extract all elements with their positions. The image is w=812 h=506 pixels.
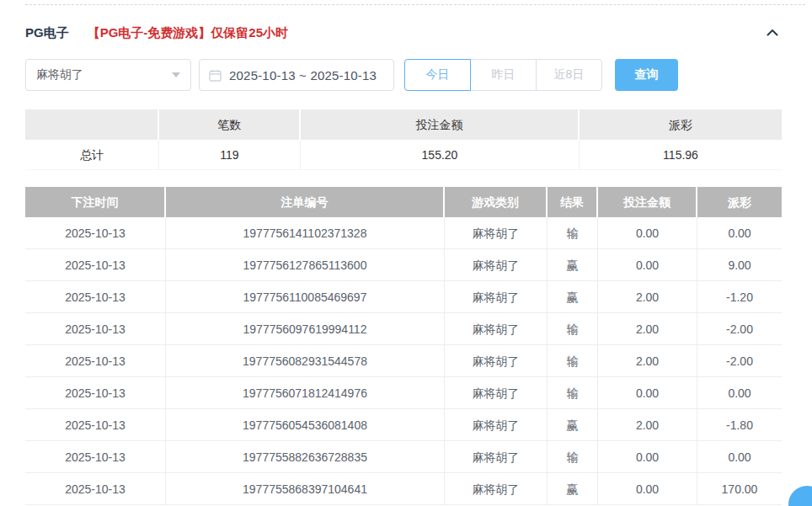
cell-bet-time: 2025-10-13	[25, 217, 166, 249]
cell-bet-time: 2025-10-13	[25, 313, 166, 345]
cell-bet-time: 2025-10-13	[25, 473, 166, 505]
betting-records-panel: PG电子 【PG电子-免费游戏】仅保留25小时 麻将胡了 2025-10-13 …	[0, 0, 812, 506]
cell-result: 输	[548, 377, 598, 409]
bets-table-header: 下注时间 注单编号 游戏类别 结果 投注金额 派彩	[25, 187, 782, 217]
cell-game-type: 麻将胡了	[445, 313, 548, 345]
cell-bet-time: 2025-10-13	[25, 409, 166, 441]
cell-game-type: 麻将胡了	[445, 473, 548, 505]
cell-payout: -1.80	[697, 409, 782, 441]
col-game-type: 游戏类别	[445, 187, 548, 217]
cell-bet-amount: 0.00	[598, 377, 697, 409]
date-range-value: 2025-10-13 ~ 2025-10-13	[229, 68, 377, 83]
col-payout: 派彩	[697, 187, 782, 217]
cell-bet-amount: 0.00	[598, 473, 697, 505]
table-row: 2025-10-13 1977755868397104641 麻将胡了 赢 0.…	[25, 473, 782, 505]
summary-header-bet-amount: 投注金额	[301, 109, 580, 140]
cell-bet-amount: 0.00	[598, 217, 697, 249]
cell-payout: -1.20	[697, 281, 782, 313]
summary-table: 笔数 投注金额 派彩 总计 119 155.20 115.96	[25, 109, 782, 170]
caret-down-icon	[172, 72, 180, 77]
cell-bet-time: 2025-10-13	[25, 345, 166, 377]
filter-row: 麻将胡了 2025-10-13 ~ 2025-10-13 今日 昨日 近8日 查…	[25, 59, 782, 91]
floating-action-button[interactable]	[788, 486, 812, 506]
table-row: 2025-10-13 1977756127865113600 麻将胡了 赢 0.…	[25, 249, 782, 281]
cell-bet-id: 1977755868397104641	[166, 473, 445, 505]
table-row: 2025-10-13 1977756110085469697 麻将胡了 赢 2.…	[25, 281, 782, 313]
cell-bet-amount: 0.00	[598, 441, 697, 473]
cell-result: 赢	[548, 249, 598, 281]
game-select-value: 麻将胡了	[36, 67, 83, 83]
cell-result: 输	[548, 313, 598, 345]
cell-bet-id: 1977755882636728835	[166, 441, 445, 473]
cell-game-type: 麻将胡了	[445, 249, 548, 281]
chevron-up-icon[interactable]	[763, 24, 782, 42]
cell-bet-amount: 0.00	[598, 249, 697, 281]
cell-bet-time: 2025-10-13	[25, 441, 166, 473]
cell-game-type: 麻将胡了	[445, 217, 548, 249]
summary-total-count: 119	[159, 140, 301, 170]
bets-table: 下注时间 注单编号 游戏类别 结果 投注金额 派彩 2025-10-13 197…	[25, 187, 782, 505]
cell-game-type: 麻将胡了	[445, 345, 548, 377]
game-select[interactable]: 麻将胡了	[25, 59, 191, 91]
date-range-input[interactable]: 2025-10-13 ~ 2025-10-13	[199, 59, 394, 91]
summary-total-bet-amount: 155.20	[301, 140, 580, 170]
cell-payout: 0.00	[697, 217, 782, 249]
cell-bet-amount: 2.00	[598, 345, 697, 377]
cell-bet-id: 1977756127865113600	[166, 249, 445, 281]
summary-header-empty	[25, 109, 159, 140]
table-row: 2025-10-13 1977756054536081408 麻将胡了 赢 2.…	[25, 409, 782, 441]
cell-bet-amount: 2.00	[598, 313, 697, 345]
col-bet-time: 下注时间	[25, 187, 166, 217]
cell-payout: -2.00	[697, 313, 782, 345]
col-bet-amount: 投注金额	[598, 187, 697, 217]
cell-game-type: 麻将胡了	[445, 281, 548, 313]
cell-bet-time: 2025-10-13	[25, 249, 166, 281]
cell-result: 赢	[548, 473, 598, 505]
cell-payout: 170.00	[697, 473, 782, 505]
cell-bet-time: 2025-10-13	[25, 281, 166, 313]
table-row: 2025-10-13 1977756141102371328 麻将胡了 输 0.…	[25, 217, 782, 249]
cell-result: 输	[548, 345, 598, 377]
cell-game-type: 麻将胡了	[445, 441, 548, 473]
cell-bet-id: 1977756097619994112	[166, 313, 445, 345]
page-title: PG电子	[25, 25, 69, 41]
cell-bet-id: 1977756141102371328	[166, 217, 445, 249]
last-8-days-button[interactable]: 近8日	[536, 59, 602, 91]
cell-result: 赢	[548, 409, 598, 441]
table-row: 2025-10-13 1977756082931544578 麻将胡了 输 2.…	[25, 345, 782, 377]
cell-bet-id: 1977756071812414976	[166, 377, 445, 409]
cell-payout: 0.00	[697, 441, 782, 473]
cell-bet-id: 1977756054536081408	[166, 409, 445, 441]
panel-header: PG电子 【PG电子-免费游戏】仅保留25小时	[25, 24, 782, 42]
query-button[interactable]: 查询	[615, 59, 678, 91]
cell-bet-time: 2025-10-13	[25, 377, 166, 409]
table-row: 2025-10-13 1977755882636728835 麻将胡了 输 0.…	[25, 441, 782, 473]
cell-payout: -2.00	[697, 345, 782, 377]
cell-result: 输	[548, 217, 598, 249]
summary-total-label: 总计	[25, 140, 159, 170]
yesterday-button[interactable]: 昨日	[470, 59, 537, 91]
col-bet-id: 注单编号	[166, 187, 445, 217]
summary-header-payout: 派彩	[580, 109, 782, 140]
summary-header-row: 笔数 投注金额 派彩	[25, 109, 782, 140]
table-row: 2025-10-13 1977756097619994112 麻将胡了 输 2.…	[25, 313, 782, 345]
retention-notice: 【PG电子-免费游戏】仅保留25小时	[88, 25, 288, 41]
cell-bet-id: 1977756110085469697	[166, 281, 445, 313]
col-result: 结果	[548, 187, 598, 217]
summary-header-count: 笔数	[159, 109, 301, 140]
table-row: 2025-10-13 1977756071812414976 麻将胡了 输 0.…	[25, 377, 782, 409]
cell-game-type: 麻将胡了	[445, 409, 548, 441]
summary-total-row: 总计 119 155.20 115.96	[25, 140, 782, 170]
cell-payout: 9.00	[697, 249, 782, 281]
cell-bet-amount: 2.00	[598, 281, 697, 313]
today-button[interactable]: 今日	[404, 59, 471, 91]
summary-total-payout: 115.96	[580, 140, 782, 170]
quick-range-button-group: 今日 昨日 近8日	[404, 59, 602, 91]
cell-payout: 0.00	[697, 377, 782, 409]
cell-bet-amount: 2.00	[598, 409, 697, 441]
cell-result: 赢	[548, 281, 598, 313]
panel-content: PG电子 【PG电子-免费游戏】仅保留25小时 麻将胡了 2025-10-13 …	[25, 5, 782, 505]
cell-game-type: 麻将胡了	[445, 377, 548, 409]
cell-result: 输	[548, 441, 598, 473]
calendar-icon	[209, 69, 222, 82]
